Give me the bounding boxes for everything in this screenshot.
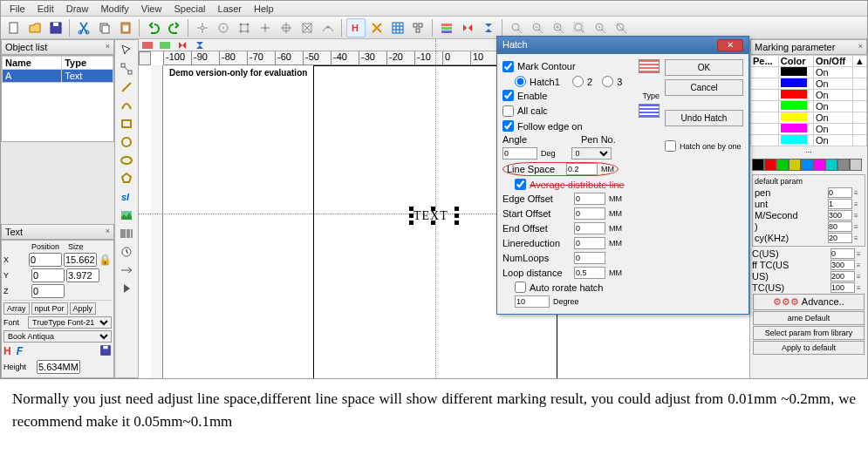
pen-table[interactable]: Pe...ColorOn/Off▲ OnOnOnOnOnOnOn [750,55,867,146]
layer2-icon[interactable] [157,40,173,51]
table-row[interactable]: On [751,101,867,112]
vector-icon[interactable] [117,261,136,279]
menu-laser[interactable]: Laser [213,3,248,14]
font-select[interactable]: TrueType Font-21 [28,316,112,329]
undo-icon[interactable] [144,18,163,37]
mirror-h-icon[interactable] [458,18,477,37]
ellipse-icon[interactable] [117,152,136,169]
object-list[interactable]: NameType AText [1,55,114,142]
font-name-select[interactable]: Book Antiqua [3,330,112,343]
z-input[interactable] [31,284,65,298]
cut-icon[interactable] [74,18,93,37]
close-icon[interactable]: × [106,42,110,52]
table-row[interactable]: On [751,124,867,135]
dialog-close-icon[interactable]: ✕ [717,39,743,51]
mirror-v-icon[interactable] [479,18,498,37]
zoom2-icon[interactable] [528,18,547,37]
table-row[interactable]: AText [3,70,113,83]
snap3-icon[interactable] [235,18,254,37]
mark-contour-checkbox[interactable] [502,61,514,72]
follow-edge-checkbox[interactable] [502,120,514,132]
grid-icon[interactable] [388,18,407,37]
color-swatch[interactable] [801,159,813,171]
enable-checkbox[interactable] [502,90,514,101]
table-row[interactable]: On [751,135,867,146]
tool-x-icon[interactable] [367,18,386,37]
ok-button[interactable]: OK [665,59,743,76]
polygon-icon[interactable] [117,170,136,187]
menu-edit[interactable]: Edit [32,3,59,14]
param-input[interactable] [830,260,855,270]
color-swatch[interactable] [813,159,825,171]
param-input[interactable] [830,271,855,282]
layer1-icon[interactable] [140,40,155,51]
color-swatch[interactable] [837,159,850,171]
cancel-button[interactable]: Cancel [665,79,743,96]
select-library-button[interactable]: Select param from library [753,326,865,340]
new-icon[interactable] [4,18,24,37]
y-input[interactable] [31,268,65,282]
menu-help[interactable]: Help [249,3,279,14]
color-swatch[interactable] [825,159,837,171]
paste-icon[interactable] [116,18,135,37]
auto-rotate-input[interactable] [515,295,550,308]
hatch1-radio[interactable] [515,76,526,87]
zoom6-icon[interactable] [612,18,631,37]
auto-rotate-checkbox[interactable] [515,282,526,293]
zoom1-icon[interactable] [507,18,526,37]
dialog-titlebar[interactable]: Hatch ✕ [497,37,748,54]
color-swatch[interactable] [776,159,789,171]
num-loops-input[interactable] [574,252,605,264]
loop-dist-input[interactable] [574,267,605,279]
close-icon[interactable]: × [858,42,863,52]
menu-draw[interactable]: Draw [61,3,94,14]
line-space-input[interactable] [566,163,598,175]
curve-icon[interactable] [117,97,136,114]
redo-icon[interactable] [165,18,184,37]
node-icon[interactable] [117,60,136,78]
menu-file[interactable]: File [4,3,31,14]
layer3-icon[interactable] [174,40,190,51]
barcode-icon[interactable] [117,225,136,242]
param-input[interactable] [828,199,852,209]
color-swatch[interactable] [752,159,764,171]
pointer-icon[interactable] [117,42,136,59]
input-port-button[interactable]: nput Por [31,302,68,315]
snap7-icon[interactable] [318,18,338,37]
line-reduce-input[interactable] [574,237,605,249]
allcalc-checkbox[interactable] [502,105,514,117]
color-palette[interactable] [750,157,867,173]
circle-icon[interactable] [117,133,136,151]
zoom3-icon[interactable] [549,18,568,37]
copy-icon[interactable] [95,18,114,37]
array-button[interactable]: Array [3,302,30,315]
line-icon[interactable] [117,78,136,96]
table-icon[interactable] [437,18,456,37]
menu-view[interactable]: View [136,3,167,14]
color-swatch[interactable] [789,159,801,171]
save-small-icon[interactable] [99,344,112,358]
start-offset-input[interactable] [574,207,605,220]
snap6-icon[interactable] [297,18,317,37]
zoom5-icon[interactable] [591,18,610,37]
open-icon[interactable] [25,18,44,37]
param-input[interactable] [828,233,852,243]
font-f-icon[interactable]: F [17,345,23,357]
param-input[interactable] [830,248,855,259]
apply-default-button[interactable]: Apply to default [753,341,865,355]
rect-icon[interactable] [117,115,136,132]
menu-modify[interactable]: Modify [95,3,133,14]
angle-input[interactable] [502,147,537,159]
image-icon[interactable] [117,207,136,224]
param-input[interactable] [828,187,852,198]
undo-hatch-button[interactable]: Undo Hatch [665,110,743,126]
zoom4-icon[interactable] [570,18,589,37]
avg-dist-checkbox[interactable] [515,179,526,190]
pen-no-select[interactable]: 0 [571,147,612,159]
menu-special[interactable]: Special [168,3,210,14]
snap5-icon[interactable] [277,18,296,37]
clock-icon[interactable] [117,243,136,261]
height-input[interactable] [66,268,99,282]
width-input[interactable] [64,253,97,267]
table-row[interactable]: On [751,78,867,90]
